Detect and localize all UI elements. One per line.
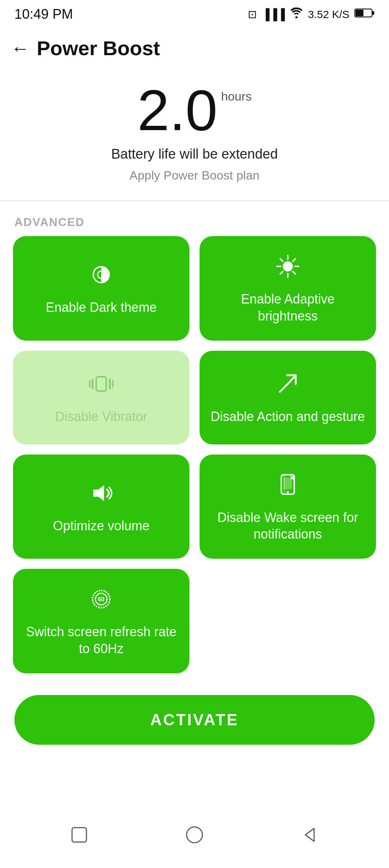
- svg-line-13: [280, 271, 283, 274]
- battery-icon: [354, 8, 375, 21]
- nav-home-icon[interactable]: [184, 824, 205, 850]
- activate-button[interactable]: ACTIVATE: [14, 695, 375, 745]
- svg-line-20: [289, 375, 296, 383]
- network-speed: 3.52 K/S: [308, 8, 349, 21]
- svg-line-10: [280, 259, 283, 261]
- signal-icon: ▐▐▐: [262, 8, 285, 21]
- svg-text:60: 60: [98, 596, 104, 602]
- brightness-icon: [275, 253, 301, 283]
- bottom-nav: [0, 810, 389, 868]
- svg-rect-32: [72, 828, 86, 842]
- single-row: 60 Switch screen refresh rate to 60Hz: [0, 559, 389, 673]
- action-gesture-label: Disable Action and gesture: [211, 408, 365, 425]
- dark-theme-icon: [88, 262, 114, 291]
- status-time: 10:49 PM: [14, 6, 73, 22]
- svg-point-33: [187, 827, 202, 843]
- status-bar: 10:49 PM ⊡ ▐▐▐ 3.52 K/S: [0, 0, 389, 26]
- gesture-icon: [275, 371, 301, 400]
- screenshot-icon: ⊡: [248, 8, 257, 21]
- action-gesture-option[interactable]: Disable Action and gesture: [200, 351, 376, 444]
- svg-point-5: [283, 261, 293, 271]
- wake-screen-label: Disable Wake screen for notifications: [210, 509, 365, 543]
- svg-marker-21: [93, 485, 104, 501]
- header: ← Power Boost: [0, 26, 389, 67]
- svg-marker-34: [305, 828, 314, 841]
- hours-display: 2.0 hours: [137, 81, 251, 139]
- volume-option[interactable]: Optimize volume: [13, 455, 189, 559]
- refresh-rate-option[interactable]: 60 Switch screen refresh rate to 60Hz: [13, 569, 189, 673]
- activate-section: ACTIVATE: [0, 673, 389, 759]
- vibrator-icon: [88, 371, 114, 400]
- vibrator-option[interactable]: Disable Vibrator: [13, 351, 189, 444]
- apply-plan-text: Apply Power Boost plan: [130, 168, 260, 182]
- adaptive-brightness-option[interactable]: Enable Adaptive brightness: [200, 236, 376, 341]
- svg-point-25: [287, 491, 289, 493]
- svg-rect-2: [356, 10, 363, 16]
- dark-theme-label: Enable Dark theme: [46, 299, 157, 316]
- refresh-rate-label: Switch screen refresh rate to 60Hz: [24, 624, 179, 657]
- hero-section: 2.0 hours Battery life will be extended …: [0, 67, 389, 193]
- battery-extend-text: Battery life will be extended: [111, 146, 278, 162]
- volume-label: Optimize volume: [53, 518, 149, 535]
- options-grid: Enable Dark theme Enable Adaptive bright…: [0, 236, 389, 559]
- back-button[interactable]: ←: [11, 39, 30, 58]
- adaptive-brightness-label: Enable Adaptive brightness: [210, 291, 365, 325]
- status-icons: ⊡ ▐▐▐ 3.52 K/S: [248, 8, 375, 21]
- svg-rect-14: [96, 377, 106, 391]
- refresh-icon: 60: [88, 586, 114, 616]
- svg-line-11: [293, 271, 295, 274]
- volume-icon: [88, 480, 114, 510]
- nav-recents-icon[interactable]: [68, 824, 90, 850]
- advanced-section-label: ADVANCED: [0, 201, 389, 236]
- dark-theme-option[interactable]: Enable Dark theme: [13, 236, 189, 341]
- wake-icon: [275, 472, 301, 501]
- svg-line-12: [293, 259, 295, 261]
- wifi-icon: [290, 8, 303, 21]
- hours-value: 2.0: [137, 81, 217, 139]
- nav-back-icon[interactable]: [299, 824, 321, 850]
- page-title: Power Boost: [37, 36, 160, 60]
- svg-rect-24: [283, 478, 292, 489]
- svg-rect-1: [372, 11, 374, 15]
- svg-line-19: [280, 383, 289, 392]
- wake-screen-option[interactable]: Disable Wake screen for notifications: [200, 455, 376, 559]
- vibrator-label: Disable Vibrator: [55, 408, 147, 425]
- hours-unit: hours: [221, 89, 252, 103]
